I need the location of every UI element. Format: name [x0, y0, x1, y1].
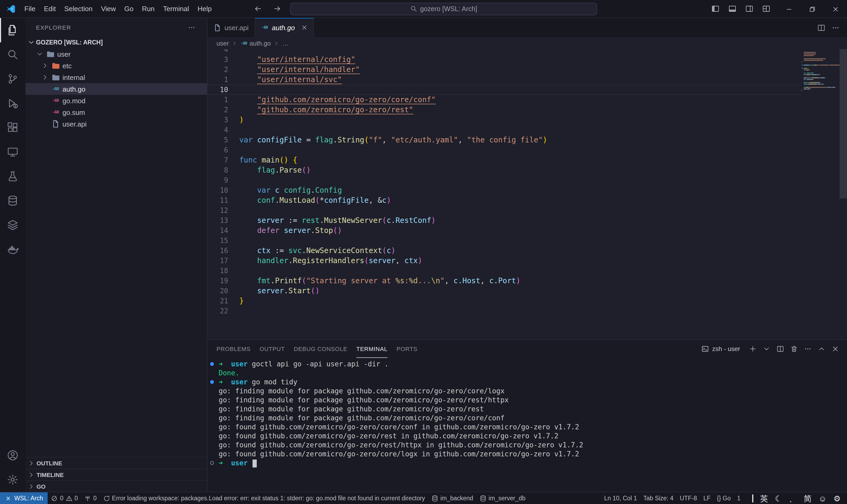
code-line[interactable]: 10: [208, 85, 801, 95]
code-line[interactable]: 1 "github.com/zeromicro/go-zero/core/con…: [208, 95, 801, 105]
menu-go[interactable]: Go: [120, 3, 138, 14]
menu-file[interactable]: File: [20, 3, 40, 14]
code-line[interactable]: 20 server.Start(): [208, 286, 801, 296]
new-terminal-button[interactable]: [746, 343, 759, 355]
code-line[interactable]: 3 "user/internal/config": [208, 55, 801, 65]
terminal-more-actions-button[interactable]: [801, 343, 814, 355]
ime-language-mode[interactable]: 英: [760, 494, 768, 502]
code-line[interactable]: 4: [208, 49, 801, 55]
menu-help[interactable]: Help: [193, 3, 216, 14]
tree-item-go-mod[interactable]: -GOgo.mod: [25, 95, 207, 106]
code-line[interactable]: 3): [208, 115, 801, 125]
command-decoration-icon[interactable]: [210, 461, 214, 465]
db-connection-im-backend[interactable]: im_backend: [428, 492, 476, 504]
code-line[interactable]: 22: [208, 306, 801, 316]
activity-item-object-explorer[interactable]: [0, 213, 25, 237]
activity-item-database[interactable]: [0, 188, 25, 213]
split-terminal-button[interactable]: [774, 343, 787, 355]
status-counter[interactable]: 1: [734, 495, 744, 501]
menu-terminal[interactable]: Terminal: [159, 3, 193, 14]
activity-item-run-and-debug[interactable]: [0, 91, 25, 115]
minimize-window-button[interactable]: [777, 0, 800, 18]
remote-indicator[interactable]: WSL: Arch: [0, 492, 48, 504]
panel-tab-debug-console[interactable]: DEBUG CONSOLE: [294, 340, 347, 358]
code-line[interactable]: 14 defer server.Stop(): [208, 226, 801, 236]
menu-edit[interactable]: Edit: [40, 3, 60, 14]
breadcrumb-item[interactable]: user: [217, 39, 229, 47]
code-line[interactable]: 4: [208, 125, 801, 135]
encoding[interactable]: UTF-8: [677, 495, 700, 501]
activity-item-search[interactable]: [0, 42, 25, 67]
panel-tab-output[interactable]: OUTPUT: [260, 340, 285, 358]
panel-tab-problems[interactable]: PROBLEMS: [217, 340, 251, 358]
activity-item-manage[interactable]: [0, 467, 25, 492]
tree-item-go-sum[interactable]: -GOgo.sum: [25, 106, 207, 118]
ime-simplified-mode[interactable]: 简: [804, 494, 812, 502]
code-line[interactable]: 2 "user/internal/handler": [208, 65, 801, 75]
activity-item-testing[interactable]: [0, 164, 25, 188]
code-line[interactable]: 21}: [208, 296, 801, 306]
code-line[interactable]: 7func main() {: [208, 155, 801, 165]
menu-view[interactable]: View: [97, 3, 120, 14]
activity-item-docker[interactable]: [0, 237, 25, 262]
terminal-output[interactable]: ➜ user goctl api go -api user.api -dir .…: [208, 358, 847, 492]
minimap[interactable]: [801, 49, 840, 339]
command-decoration-icon[interactable]: [210, 380, 214, 384]
sidebar-section-timeline[interactable]: TIMELINE: [25, 469, 207, 480]
code-line[interactable]: 18: [208, 266, 801, 276]
split-editor-button[interactable]: [817, 23, 825, 32]
close-window-button[interactable]: [824, 0, 847, 18]
tab-user-api[interactable]: user.api: [208, 18, 255, 37]
go-back-button[interactable]: [250, 2, 266, 16]
ime-settings[interactable]: ⚙: [833, 494, 841, 502]
activity-item-remote-explorer[interactable]: [0, 140, 25, 164]
code-line[interactable]: 8 flag.Parse(): [208, 165, 801, 175]
ime-punctuation-mode[interactable]: 、: [789, 494, 797, 502]
activity-item-accounts[interactable]: [0, 443, 25, 467]
kill-terminal-button[interactable]: [788, 343, 800, 355]
command-center[interactable]: gozero [WSL: Arch]: [290, 2, 597, 15]
tree-item-etc[interactable]: etc: [25, 60, 207, 71]
db-connection-im-server-db[interactable]: im_server_db: [476, 492, 528, 504]
code-line[interactable]: 13 server := rest.MustNewServer(c.RestCo…: [208, 215, 801, 226]
eol-sequence[interactable]: LF: [700, 495, 714, 501]
maximize-panel-button[interactable]: [815, 343, 828, 355]
problems[interactable]: 00: [48, 492, 81, 504]
code-line[interactable]: 2 "github.com/zeromicro/go-zero/rest": [208, 105, 801, 115]
cursor-position[interactable]: Ln 10, Col 1: [601, 495, 640, 501]
panel-tab-terminal[interactable]: TERMINAL: [356, 340, 388, 358]
code-line[interactable]: 6: [208, 145, 801, 155]
code-line[interactable]: 9: [208, 175, 801, 185]
close-panel-button[interactable]: [829, 343, 842, 355]
editor-more-actions-button[interactable]: [832, 23, 840, 32]
restore-window-button[interactable]: [800, 0, 824, 18]
code-line[interactable]: 5var configFile = flag.String("f", "etc/…: [208, 135, 801, 145]
code-line[interactable]: 17 handler.RegisterHandlers(server, ctx): [208, 256, 801, 266]
language-mode[interactable]: {} Go: [714, 495, 734, 501]
code-line[interactable]: 1 "user/internal/svc": [208, 75, 801, 85]
views-more-button[interactable]: [184, 20, 200, 34]
ime-emoji[interactable]: ☺: [818, 494, 827, 502]
editor-scrollbar[interactable]: [840, 49, 847, 199]
customize-layout-button[interactable]: [758, 2, 774, 16]
ime-shape-mode[interactable]: ☾: [775, 494, 782, 502]
code-editor[interactable]: 43 "user/internal/config"2 "user/interna…: [208, 49, 847, 339]
tree-item-user-api[interactable]: user.api: [25, 118, 207, 130]
toggle-primary-sidebar-button[interactable]: [707, 2, 723, 16]
breadcrumb-item[interactable]: -GOauth.go: [240, 39, 271, 47]
code-line[interactable]: 19 fmt.Printf("Starting server at %s:%d.…: [208, 276, 801, 286]
terminal-tab-label[interactable]: zsh - user: [702, 345, 740, 353]
forwarded-ports[interactable]: 0: [81, 492, 100, 504]
breadcrumb-item[interactable]: …: [283, 39, 289, 47]
sidebar-section-go[interactable]: GO: [25, 480, 207, 492]
indentation[interactable]: Tab Size: 4: [640, 495, 677, 501]
activity-item-source-control[interactable]: [0, 67, 25, 91]
code-line[interactable]: 12: [208, 205, 801, 215]
workspace-root-row[interactable]: GOZERO [WSL: ARCH]: [25, 37, 207, 48]
code-line[interactable]: 16 ctx := svc.NewServiceContext(c): [208, 246, 801, 256]
tree-item-auth-go[interactable]: -GOauth.go: [25, 83, 207, 95]
tree-item-user[interactable]: user: [25, 48, 207, 60]
tab-auth-go[interactable]: -GOauth.go: [255, 18, 314, 37]
panel-tab-ports[interactable]: PORTS: [397, 340, 417, 358]
toggle-secondary-sidebar-button[interactable]: [741, 2, 757, 16]
